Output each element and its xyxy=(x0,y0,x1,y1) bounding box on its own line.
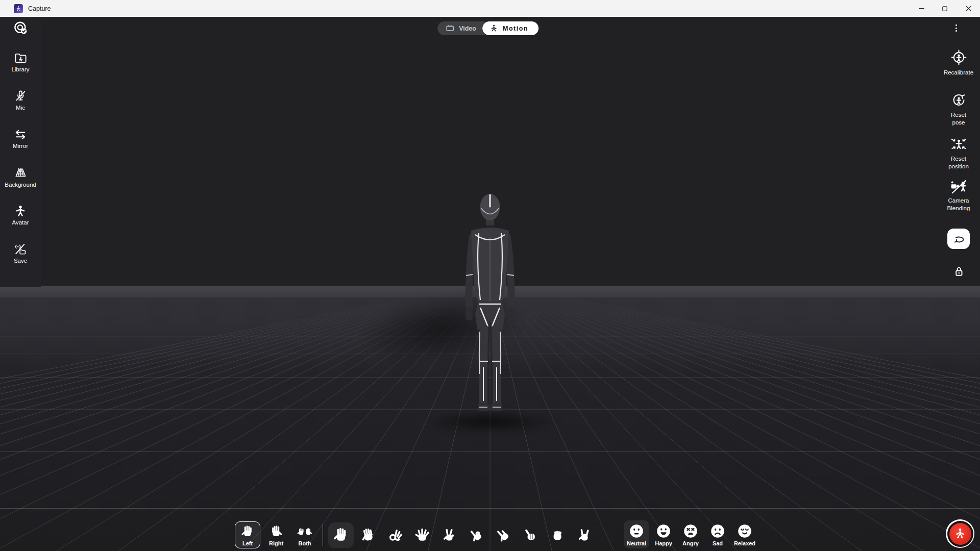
sidebar-item-label: Save xyxy=(14,258,27,264)
lock-button[interactable] xyxy=(952,265,965,278)
sidebar-item-library[interactable]: Library xyxy=(11,51,29,74)
hand-mode-left[interactable]: Left xyxy=(235,521,260,548)
gesture-fist[interactable] xyxy=(545,522,570,548)
peace-sign-icon xyxy=(440,527,458,544)
emotion-happy[interactable]: Happy xyxy=(651,520,676,548)
gesture-point-finger[interactable] xyxy=(463,522,489,548)
relaxed-face-icon xyxy=(737,523,753,539)
more-options-menu[interactable] xyxy=(951,23,961,33)
neutral-face-icon xyxy=(628,523,645,539)
turn-around-button[interactable] xyxy=(947,229,970,249)
gesture-peace-sign[interactable] xyxy=(436,522,462,548)
hand-mode-label: Right xyxy=(269,540,283,546)
window-titlebar: Capture xyxy=(0,0,980,17)
finger-gun-icon xyxy=(495,527,512,544)
emotion-sad[interactable]: Sad xyxy=(705,520,730,548)
emotion-neutral[interactable]: Neutral xyxy=(624,520,649,548)
angry-face-icon xyxy=(682,523,699,539)
point-finger-icon xyxy=(464,523,488,547)
save-muted-icon xyxy=(14,242,27,256)
hand-mode-both[interactable]: Both xyxy=(292,521,317,548)
gesture-finger-gun[interactable] xyxy=(491,522,516,548)
sidebar-item-label: Mirror xyxy=(13,143,28,149)
emotion-label: Sad xyxy=(713,540,723,546)
gesture-thumbs-up[interactable] xyxy=(518,522,543,548)
left-hand-icon xyxy=(240,524,255,539)
hand-mode-label: Left xyxy=(242,540,253,546)
gesture-open-palm[interactable] xyxy=(328,522,354,548)
sidebar-item-save[interactable]: Save xyxy=(14,242,27,266)
sidebar-item-label: Avatar xyxy=(12,219,29,226)
sidebar-item-mirror[interactable]: Mirror xyxy=(13,128,28,151)
tab-motion[interactable]: Motion xyxy=(482,21,538,35)
ok-sign-icon xyxy=(386,527,404,544)
recalibrate-button[interactable]: Recalibrate xyxy=(937,49,980,77)
close-button[interactable] xyxy=(957,0,980,17)
recalibrate-icon xyxy=(950,49,967,66)
mirror-icon xyxy=(14,128,27,141)
gesture-ok-sign[interactable] xyxy=(382,522,408,548)
reset-pose-label: Reset pose xyxy=(947,111,970,127)
open-hand-icon xyxy=(357,524,378,545)
gesture-rock-horns[interactable] xyxy=(572,522,597,548)
spread-hand-icon xyxy=(413,527,431,544)
minimize-button[interactable] xyxy=(910,0,933,17)
happy-face-icon xyxy=(655,523,672,539)
camera-blending-button[interactable]: Camera Blending xyxy=(937,179,980,212)
record-core xyxy=(949,523,971,545)
emotion-angry[interactable]: Angry xyxy=(678,520,703,548)
reset-pose-icon xyxy=(950,92,967,109)
bottom-toolbar: Left Right Both xyxy=(235,520,757,548)
maximize-button[interactable] xyxy=(933,0,957,17)
capture-mode-tabs: Video Motion xyxy=(437,21,538,35)
sidebar-item-avatar[interactable]: Avatar xyxy=(12,204,29,228)
background-grid-icon xyxy=(14,166,28,180)
tab-video-label: Video xyxy=(459,25,476,32)
record-ring xyxy=(947,521,973,547)
recalibrate-label: Recalibrate xyxy=(940,69,977,77)
emotion-label: Angry xyxy=(682,540,699,546)
rock-horns-icon xyxy=(576,527,593,544)
left-sidebar: Library Mic Mirror Background Avatar Sav… xyxy=(0,17,41,266)
mic-muted-icon xyxy=(14,89,27,103)
toolbar-divider xyxy=(323,524,323,546)
camera-blending-label: Camera Blending xyxy=(943,197,974,212)
sidebar-item-label: Background xyxy=(5,182,36,188)
viewport-3d[interactable]: Video Motion Library Mic Mirror Backgrou… xyxy=(0,17,980,551)
sidebar-item-background[interactable]: Background xyxy=(5,166,36,189)
tab-video[interactable]: Video xyxy=(437,21,489,35)
gesture-open-hand[interactable] xyxy=(355,522,381,548)
sidebar-item-label: Mic xyxy=(16,105,25,111)
gesture-spread-hand[interactable] xyxy=(409,522,435,548)
avatar-person-icon xyxy=(14,204,27,217)
thumbs-up-icon xyxy=(522,527,539,544)
tab-motion-label: Motion xyxy=(503,25,528,32)
record-motion-button[interactable] xyxy=(946,519,974,548)
sensor-status-icon xyxy=(13,20,28,36)
reset-position-icon xyxy=(950,136,967,153)
app-icon xyxy=(14,4,23,13)
window-title: Capture xyxy=(28,5,51,12)
open-palm-icon xyxy=(332,526,350,544)
fist-icon xyxy=(549,527,566,544)
reset-position-button[interactable]: Reset position xyxy=(937,136,980,170)
reset-pose-button[interactable]: Reset pose xyxy=(937,92,980,127)
record-motion-person-icon xyxy=(953,527,967,540)
emotion-label: Happy xyxy=(655,540,672,546)
avatar-3d-model[interactable] xyxy=(456,193,524,418)
sidebar-item-label: Library xyxy=(11,66,29,72)
turn-around-icon xyxy=(952,233,966,245)
reset-position-label: Reset position xyxy=(944,155,973,170)
emotion-label: Relaxed xyxy=(734,540,755,546)
video-icon xyxy=(446,24,454,33)
right-hand-icon xyxy=(268,524,284,539)
lock-icon xyxy=(952,265,965,278)
both-hands-icon xyxy=(296,524,313,539)
motion-icon xyxy=(489,24,498,33)
emotion-relaxed[interactable]: Relaxed xyxy=(732,520,757,548)
library-icon xyxy=(14,51,27,64)
sensor-status-button[interactable] xyxy=(13,20,28,36)
sidebar-item-mic[interactable]: Mic xyxy=(14,89,27,113)
hand-mode-right[interactable]: Right xyxy=(263,521,289,548)
emotion-label: Neutral xyxy=(627,540,646,546)
